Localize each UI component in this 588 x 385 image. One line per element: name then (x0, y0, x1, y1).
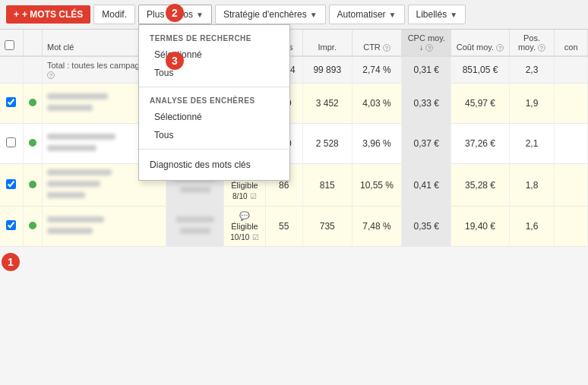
row2-pos-cell: 2,1 (509, 124, 555, 164)
row3-con-cell (555, 164, 588, 207)
col-dot (23, 30, 42, 56)
row4-dot-cell (23, 207, 42, 247)
dropdown-divider-1 (139, 87, 289, 87)
automatiser-label: Automatiser (337, 9, 386, 20)
total-dot-cell (23, 56, 42, 84)
row4-keyword-cell (42, 207, 166, 247)
col-impr: Impr. (302, 30, 352, 56)
automatiser-button[interactable]: Automatiser ▼ (329, 5, 405, 24)
plus-icon: + (14, 9, 19, 20)
libelles-label: Libellés (416, 9, 447, 20)
row3-checkbox-cell[interactable] (0, 164, 23, 207)
select-all-checkbox[interactable] (5, 40, 14, 50)
cout-help-icon[interactable]: ? (496, 44, 504, 52)
sort-down-icon: ↓ (419, 43, 423, 52)
group-blur (180, 228, 210, 234)
row4-cout-cell: 19,40 € (451, 207, 509, 247)
row3-cout-cell: 35,28 € (451, 164, 509, 207)
chevron-down-icon-lib: ▼ (450, 11, 457, 19)
chevron-down-icon-strategie: ▼ (310, 11, 318, 19)
row4-cpc-cell: 0,35 € (402, 207, 451, 247)
row1-cout-cell: 45,97 € (451, 84, 509, 124)
score-check-icon: ☑ (250, 192, 257, 200)
row3-pos-cell: 1,8 (509, 164, 555, 207)
group-blur (180, 187, 210, 193)
libelles-button[interactable]: Libellés ▼ (408, 5, 466, 24)
row2-checkbox[interactable] (6, 137, 16, 147)
chevron-down-icon-auto: ▼ (389, 11, 397, 19)
status-dot (29, 99, 36, 106)
row2-dot-cell (23, 124, 42, 164)
row1-impr-cell: 3 452 (302, 84, 352, 124)
dropdown-item-selectionne-1[interactable]: Sélectionné (139, 46, 289, 64)
row4-con-cell (555, 207, 588, 247)
row3-ctr-cell: 10,55 % (352, 164, 401, 207)
status-badge: Éligible (231, 222, 258, 231)
cpc-help-icon[interactable]: ? (425, 44, 433, 52)
row4-groupe-cell (166, 207, 224, 247)
section2-title: ANALYSE DES ENCHÈRES (139, 92, 289, 108)
step-badge-1: 1 (2, 253, 20, 271)
row4-ctr-cell: 7,48 % (352, 207, 401, 247)
add-keywords-label: + MOTS CLÉS (22, 9, 83, 20)
col-ctr: CTR ? (352, 30, 401, 56)
table-row: 💬 Éligible 7/10 ☑ 100 2 528 3,96 % 0,37 … (0, 124, 588, 164)
col-checkbox (0, 30, 23, 56)
row1-cpc-cell: 0,33 € (402, 84, 451, 124)
speech-icon: 💬 (239, 211, 250, 220)
total-checkbox-cell (0, 56, 23, 84)
keyword-blur (47, 93, 108, 99)
table-row: 💬 Éligible 10/10 ☑ 55 735 7,48 % 0,35 € … (0, 207, 588, 247)
row1-checkbox[interactable] (6, 97, 16, 107)
step-badge-3: 3 (166, 52, 184, 70)
ctr-help-icon[interactable]: ? (383, 44, 390, 52)
keyword-blur (47, 145, 96, 151)
section1-title: TERMES DE RECHERCHE (139, 30, 289, 46)
row4-checkbox-cell[interactable] (0, 207, 23, 247)
group-blur (176, 216, 214, 222)
add-keywords-button[interactable]: + + MOTS CLÉS (6, 5, 90, 24)
row3-checkbox[interactable] (6, 179, 16, 189)
status-dot (29, 139, 36, 147)
score-value: 8/10 (232, 192, 247, 200)
keyword-blur (47, 228, 93, 234)
col-pos: Pos. moy. ? (509, 30, 555, 56)
total-ctr-cell: 2,74 % (352, 56, 401, 84)
score-value: 10/10 (230, 233, 249, 241)
row2-con-cell (555, 124, 588, 164)
total-cout-cell: 851,05 € (451, 56, 509, 84)
table-header-row: Mot clé Gr... Niv. qual. ? Clics Impr. (0, 30, 588, 56)
modifier-button[interactable]: Modif. (93, 5, 135, 24)
table-row: 💬 Éligible 7/10 ☑ 139 3 452 4,03 % 0,33 … (0, 84, 588, 124)
row2-ctr-cell: 3,96 % (352, 124, 401, 164)
keyword-blur (47, 134, 115, 140)
dropdown-menu: TERMES DE RECHERCHE Sélectionné Tous ANA… (138, 24, 290, 181)
total-help-icon[interactable]: ? (47, 71, 55, 79)
row2-cpc-cell: 0,37 € (402, 124, 451, 164)
keyword-blur (47, 105, 93, 111)
row4-checkbox[interactable] (6, 220, 16, 230)
keywords-table-wrapper: Mot clé Gr... Niv. qual. ? Clics Impr. (0, 30, 588, 247)
dropdown-item-tous-1[interactable]: Tous (139, 64, 289, 82)
total-cpc-cell: 0,31 € (402, 56, 451, 84)
keywords-table: Mot clé Gr... Niv. qual. ? Clics Impr. (0, 30, 588, 247)
row2-checkbox-cell[interactable] (0, 124, 23, 164)
strategie-button[interactable]: Stratégie d'enchères ▼ (215, 5, 326, 24)
keyword-blur (47, 181, 100, 187)
modifier-label: Modif. (102, 9, 127, 20)
status-badge: Éligible (231, 181, 258, 190)
chevron-down-icon: ▼ (196, 11, 204, 19)
col-con: con (555, 30, 588, 56)
keyword-blur (47, 216, 104, 222)
status-dot (29, 222, 36, 229)
row1-ctr-cell: 4,03 % (352, 84, 401, 124)
table-row-total: Total : toutes les campagnes ? -- 2 734 … (0, 56, 588, 84)
dropdown-item-tous-2[interactable]: Tous (139, 126, 289, 144)
pos-help-icon[interactable]: ? (538, 44, 545, 52)
dropdown-divider-2 (139, 149, 289, 150)
diagnostic-item[interactable]: Diagnostic des mots clés (139, 154, 289, 175)
keyword-blur (47, 192, 85, 198)
row1-checkbox-cell[interactable] (0, 84, 23, 124)
row1-con-cell (555, 84, 588, 124)
dropdown-item-selectionne-2[interactable]: Sélectionné (139, 108, 289, 126)
